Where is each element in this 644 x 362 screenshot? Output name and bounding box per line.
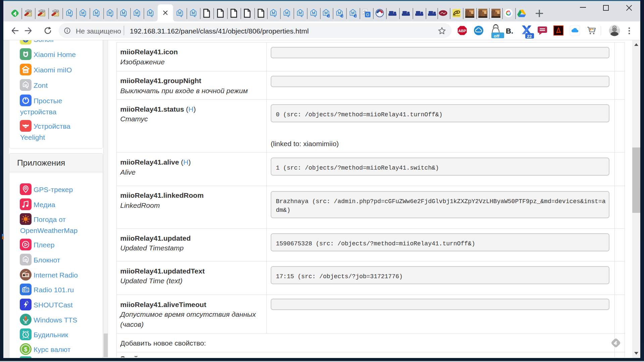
svg-text:M: M [178,11,181,15]
svg-text:M: M [324,11,328,15]
svg-text:M: M [68,11,71,15]
svg-text:$: $ [24,346,28,353]
svg-text:M: M [95,11,98,15]
svg-text:M: M [122,11,125,15]
svg-text:M: M [108,11,112,15]
svg-text:M: M [81,11,85,15]
svg-text:M: M [135,11,139,15]
svg-text:ABP: ABP [458,29,466,33]
svg-text:M: M [192,11,195,15]
svg-text:M: M [285,11,288,15]
svg-text:M: M [338,11,341,15]
svg-text:M: M [272,11,275,15]
svg-text:mi: mi [24,70,28,73]
svg-text:M: M [24,258,27,261]
svg-text:M: M [312,11,315,15]
svg-text:G: G [366,12,369,17]
svg-text:M: M [24,83,27,87]
svg-text:M: M [149,11,152,15]
svg-text:M: M [299,11,302,15]
svg-text:M: M [351,11,355,15]
